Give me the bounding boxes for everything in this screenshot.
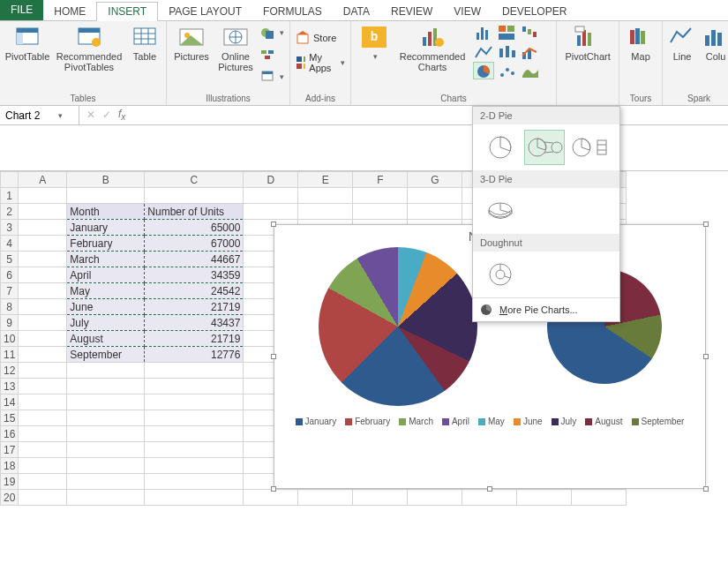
line-chart-button[interactable] xyxy=(473,42,494,60)
col-header-F[interactable]: F xyxy=(353,172,408,188)
row-header[interactable]: 20 xyxy=(1,490,19,506)
row-header[interactable]: 15 xyxy=(1,410,19,426)
smartart-button[interactable] xyxy=(260,45,284,64)
legend-item[interactable]: February xyxy=(345,417,390,426)
surface-chart-button[interactable] xyxy=(519,62,540,79)
screenshot-button[interactable]: ▾ xyxy=(260,67,284,86)
name-box-input[interactable] xyxy=(4,109,56,123)
online-pictures-button[interactable]: Online Pictures xyxy=(216,23,255,74)
row-header[interactable]: 10 xyxy=(1,331,19,347)
formula-input[interactable] xyxy=(132,106,728,124)
name-box[interactable]: ▾ xyxy=(0,106,79,124)
myapps-button[interactable]: My Apps▾ xyxy=(296,53,345,72)
tab-home[interactable]: HOME xyxy=(43,3,96,20)
legend-item[interactable]: July xyxy=(552,417,577,426)
cell-C8[interactable]: 21719 xyxy=(145,299,244,315)
legend-item[interactable]: March xyxy=(399,417,433,426)
combo-chart-button[interactable] xyxy=(519,42,540,60)
store-button[interactable]: Store xyxy=(296,28,345,48)
pie-2d-option[interactable] xyxy=(480,130,521,165)
tab-formulas[interactable]: FORMULAS xyxy=(252,3,333,20)
pie-chart-button[interactable] xyxy=(473,62,494,79)
cell-C10[interactable]: 21719 xyxy=(145,331,244,347)
resize-handle[interactable] xyxy=(271,354,276,359)
resize-handle[interactable] xyxy=(271,222,276,227)
row-header[interactable]: 11 xyxy=(1,347,19,363)
legend-item[interactable]: January xyxy=(296,417,337,426)
resize-handle[interactable] xyxy=(271,486,276,492)
scatter-chart-button[interactable] xyxy=(496,62,517,79)
main-pie[interactable] xyxy=(319,247,477,406)
tab-view[interactable]: VIEW xyxy=(443,3,492,20)
col-header-G[interactable]: G xyxy=(408,172,462,188)
row-header[interactable]: 9 xyxy=(1,315,19,331)
cell-C6[interactable]: 34359 xyxy=(145,267,244,283)
row-header[interactable]: 13 xyxy=(1,379,19,394)
legend-item[interactable]: April xyxy=(442,417,469,426)
cancel-formula-icon[interactable]: ✕ xyxy=(86,109,95,121)
cell-B6[interactable]: April xyxy=(67,267,145,283)
tab-data[interactable]: DATA xyxy=(333,3,380,20)
more-pie-charts-button[interactable]: MMore Pie Charts...ore Pie Charts... xyxy=(473,297,619,321)
cell-B10[interactable]: August xyxy=(67,331,145,347)
pie-of-pie-option[interactable] xyxy=(524,130,565,165)
row-header[interactable]: 3 xyxy=(1,220,19,236)
cell-C2[interactable]: Number of Units xyxy=(145,204,244,220)
cell-C7[interactable]: 24542 xyxy=(145,283,244,299)
cell-C9[interactable]: 43437 xyxy=(145,315,244,331)
enter-formula-icon[interactable]: ✓ xyxy=(102,109,111,121)
col-header-E[interactable]: E xyxy=(298,172,353,188)
tab-review[interactable]: REVIEW xyxy=(380,3,443,20)
column-chart-button[interactable] xyxy=(473,23,494,41)
tab-file[interactable]: FILE xyxy=(0,0,43,20)
cell-B3[interactable]: January xyxy=(67,220,145,236)
row-header[interactable]: 18 xyxy=(1,458,19,474)
statistic-chart-button[interactable] xyxy=(496,42,517,60)
row-header[interactable]: 12 xyxy=(1,363,19,379)
row-header[interactable]: 4 xyxy=(1,236,19,252)
col-header-D[interactable]: D xyxy=(244,172,298,188)
sparkline-column-button[interactable]: Colu xyxy=(702,23,728,64)
shapes-button[interactable]: ▾ xyxy=(260,23,284,42)
legend-item[interactable]: August xyxy=(585,417,622,426)
fx-icon[interactable]: fx xyxy=(118,108,125,122)
cell-B5[interactable]: March xyxy=(67,252,145,267)
resize-handle[interactable] xyxy=(487,486,492,492)
cell-B8[interactable]: June xyxy=(67,299,145,315)
resize-handle[interactable] xyxy=(703,486,709,492)
pie-3d-option[interactable] xyxy=(480,193,521,229)
row-header[interactable]: 2 xyxy=(1,204,19,220)
row-header[interactable]: 7 xyxy=(1,283,19,299)
tab-developer[interactable]: DEVELOPER xyxy=(492,3,577,20)
tab-page-layout[interactable]: PAGE LAYOUT xyxy=(158,3,252,20)
pivottable-button[interactable]: PivotTable xyxy=(5,23,49,64)
legend-item[interactable]: May xyxy=(478,417,505,426)
cell-B7[interactable]: May xyxy=(67,283,145,299)
map-button[interactable]: Map xyxy=(625,23,657,64)
select-all-corner[interactable] xyxy=(1,172,19,188)
resize-handle[interactable] xyxy=(703,354,709,359)
pivotchart-button[interactable]: PivotChart xyxy=(562,23,613,64)
cell-B11[interactable]: September xyxy=(67,347,145,363)
row-header[interactable]: 6 xyxy=(1,267,19,283)
recommended-pivottables-button[interactable]: Recommended PivotTables xyxy=(55,23,124,74)
row-header[interactable]: 19 xyxy=(1,474,19,490)
row-header[interactable]: 14 xyxy=(1,394,19,410)
col-header-A[interactable]: A xyxy=(19,172,67,188)
chart-legend[interactable]: JanuaryFebruaryMarchAprilMayJuneJulyAugu… xyxy=(274,406,705,426)
row-header[interactable]: 8 xyxy=(1,299,19,315)
row-header[interactable]: 5 xyxy=(1,252,19,267)
col-header-C[interactable]: C xyxy=(145,172,244,188)
waterfall-chart-button[interactable] xyxy=(519,23,540,41)
cell-B9[interactable]: July xyxy=(67,315,145,331)
row-header[interactable]: 17 xyxy=(1,442,19,458)
cell-C3[interactable]: 65000 xyxy=(145,220,244,236)
legend-item[interactable]: June xyxy=(514,417,543,426)
cell-B4[interactable]: February xyxy=(67,236,145,252)
doughnut-option[interactable] xyxy=(480,257,521,292)
cell-B2[interactable]: Month xyxy=(67,204,145,220)
cell-C4[interactable]: 67000 xyxy=(145,236,244,252)
col-header-B[interactable]: B xyxy=(67,172,145,188)
sparkline-line-button[interactable]: Line xyxy=(668,23,696,64)
resize-handle[interactable] xyxy=(703,222,709,227)
